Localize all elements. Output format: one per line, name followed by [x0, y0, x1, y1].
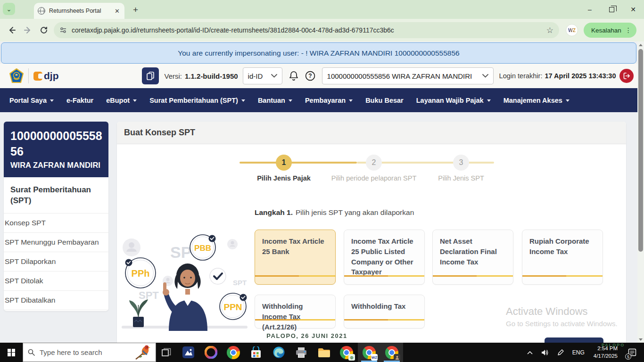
taskbar-app-store[interactable]: [245, 343, 267, 362]
taskbar-app-file-explorer[interactable]: [313, 343, 335, 362]
taskbar-app-printer[interactable]: [290, 343, 313, 362]
extension-icon[interactable]: WZ: [566, 24, 578, 36]
taskbar-app-chrome-profile-2-active[interactable]: WZ: [358, 343, 380, 362]
scroll-down-icon[interactable]: [637, 336, 644, 343]
next-button-partial[interactable]: [545, 337, 603, 343]
close-button[interactable]: ✕: [622, 0, 644, 19]
nav-item-buku-besar[interactable]: Buku Besar: [365, 97, 404, 104]
sidebar-section-title: Surat Pemberitahuan (SPT): [4, 177, 108, 214]
spt-type-card-income-tax-article-25-public[interactable]: Income Tax Article 25 Public Listed Comp…: [344, 230, 425, 285]
tray-pen-button[interactable]: [554, 343, 567, 362]
djp-logo-text: djp: [44, 70, 59, 82]
nav-label: Layanan Wajib Pajak: [416, 97, 484, 104]
taskbar-app-chrome-profile-1[interactable]: ◎: [335, 343, 358, 362]
tab-search-icon[interactable]: ⌄: [3, 3, 15, 15]
step-3-circle: 3: [453, 155, 469, 171]
last-login-label: Login terakhir:: [499, 72, 543, 80]
main-nav: Portal Saya e-Faktur eBupot Surat Pember…: [0, 88, 637, 112]
chrome-icon: [227, 346, 240, 359]
sidebar-item-spt-dilaporkan[interactable]: SPT Dilaporkan: [4, 252, 108, 272]
card-accent-bar: [255, 319, 335, 321]
nav-item-manajemen-akses[interactable]: Manajemen Akses: [504, 97, 570, 104]
sidebar-item-spt-ditolak[interactable]: SPT Ditolak: [4, 272, 108, 291]
page-scrollbar[interactable]: [637, 41, 644, 343]
profile-button[interactable]: Kesalahan ⋮: [584, 23, 636, 38]
sidebar-item-spt-dibatalkan[interactable]: SPT Dibatalkan: [4, 291, 108, 310]
start-button[interactable]: [0, 343, 23, 362]
store-icon: [250, 346, 262, 359]
reload-button[interactable]: [36, 22, 52, 38]
task-view-button[interactable]: [156, 343, 177, 362]
address-bar[interactable]: coretaxdjp.pajak.go.id/returnsheets-port…: [54, 22, 559, 38]
chevron-down-icon: [133, 99, 137, 102]
card-title: Net Asset Declaration Final Income Tax: [433, 230, 513, 273]
tab-title: Returnsheets Portal: [49, 8, 110, 14]
notifications-bell-button[interactable]: [289, 71, 298, 81]
card-title: Withholding Tax: [344, 295, 424, 318]
chevron-down-icon: [482, 74, 488, 78]
pen-icon: [557, 349, 564, 356]
url-text[interactable]: coretaxdjp.pajak.go.id/returnsheets-port…: [72, 26, 542, 34]
nav-item-bantuan[interactable]: Bantuan: [258, 97, 292, 104]
taskbar-app-copilot[interactable]: [199, 343, 222, 362]
svg-text:?: ?: [308, 73, 312, 79]
svg-text:SPT: SPT: [139, 289, 159, 301]
back-button[interactable]: [4, 22, 20, 38]
step-heading-number: Langkah 1.: [255, 208, 293, 216]
locale-select[interactable]: id-ID: [243, 67, 282, 84]
nav-label: Bantuan: [258, 97, 285, 104]
watermark-line1: Activate Windows: [506, 305, 618, 318]
minimize-button[interactable]: –: [579, 0, 601, 19]
browser-menu-icon[interactable]: ⋮: [625, 26, 632, 34]
search-highlight-bird-icon[interactable]: [135, 345, 151, 360]
search-icon: [28, 349, 35, 356]
nav-item-layanan-wajib-pajak[interactable]: Layanan Wajib Pajak: [416, 97, 491, 104]
card-accent-bar: [433, 275, 513, 277]
nav-item-pembayaran[interactable]: Pembayaran: [305, 97, 353, 104]
wz-badge-icon: WZ: [371, 354, 378, 361]
scrollbar-thumb[interactable]: [638, 49, 643, 252]
copy-icon: [147, 72, 154, 80]
spt-type-card-withholding-tax[interactable]: Withholding Tax: [344, 295, 425, 329]
nav-item-ebupot[interactable]: eBupot: [106, 97, 137, 104]
sidebar-item-spt-menunggu-pembayaran[interactable]: SPT Menunggu Pembayaran: [4, 233, 108, 252]
forward-button[interactable]: [20, 22, 36, 38]
restore-button[interactable]: [601, 0, 622, 19]
scroll-up-icon[interactable]: [637, 41, 644, 48]
app-header: djp Versi: 1.1.2-build-1950 id-ID ? 1000…: [0, 64, 637, 88]
version-value: 1.1.2-build-1950: [185, 72, 238, 80]
notification-center-button[interactable]: 5: [623, 343, 641, 362]
nav-item-e-faktur[interactable]: e-Faktur: [66, 97, 93, 104]
taskbar-app-chrome[interactable]: [222, 343, 245, 362]
site-settings-icon[interactable]: [59, 26, 67, 34]
wallpaper-artifact-2: PALOPO: [602, 343, 625, 347]
spt-type-card-rupiah-corporate-income-tax[interactable]: Rupiah Corporate Income Tax: [522, 230, 603, 285]
sidebar-item-konsep-spt[interactable]: Konsep SPT: [4, 214, 108, 233]
wallpaper-artifact: PALOPO, 26 JUNI 2021: [262, 329, 352, 343]
help-button[interactable]: ?: [305, 71, 315, 81]
new-tab-button[interactable]: +: [133, 5, 138, 15]
taskbar-app-chrome-profile-3-active[interactable]: [380, 343, 403, 362]
spt-type-card-net-asset-declaration[interactable]: Net Asset Declaration Final Income Tax: [432, 230, 513, 285]
browser-titlebar: ⌄ Returnsheets Portal ✕ + – ✕: [0, 0, 644, 19]
user-account-select[interactable]: 1000000000555856 WIRA ZAFRAN MANDIRI: [322, 67, 494, 84]
taskbar-app-edge[interactable]: [267, 343, 290, 362]
tray-expand-button[interactable]: [524, 343, 536, 362]
card-accent-bar: [255, 275, 335, 277]
taskbar-search[interactable]: Type here to search: [23, 343, 156, 362]
bookmark-star-icon[interactable]: ☆: [546, 25, 553, 35]
nav-item-spt[interactable]: Surat Pemberitahuan (SPT): [149, 97, 245, 104]
last-login-value: 17 April 2025 13:43:30: [545, 72, 616, 80]
tray-language[interactable]: ENG: [569, 343, 588, 362]
spt-type-card-income-tax-article-25-bank[interactable]: Income Tax Article 25 Bank: [255, 230, 336, 285]
taxpayer-name: WIRA ZAFRAN MANDIRI: [10, 161, 102, 170]
logout-button[interactable]: [619, 69, 634, 83]
spt-type-card-withholding-income-tax[interactable]: Withholding Income Tax (Art.21/26): [255, 295, 336, 329]
nav-item-portal-saya[interactable]: Portal Saya: [9, 97, 54, 104]
search-placeholder: Type here to search: [40, 348, 130, 356]
tray-volume-button[interactable]: [538, 343, 552, 362]
tab-close-icon[interactable]: ✕: [114, 8, 121, 15]
browser-tab[interactable]: Returnsheets Portal ✕: [34, 3, 124, 19]
copy-version-button[interactable]: [142, 67, 159, 84]
taskbar-app-photos[interactable]: [177, 343, 199, 362]
